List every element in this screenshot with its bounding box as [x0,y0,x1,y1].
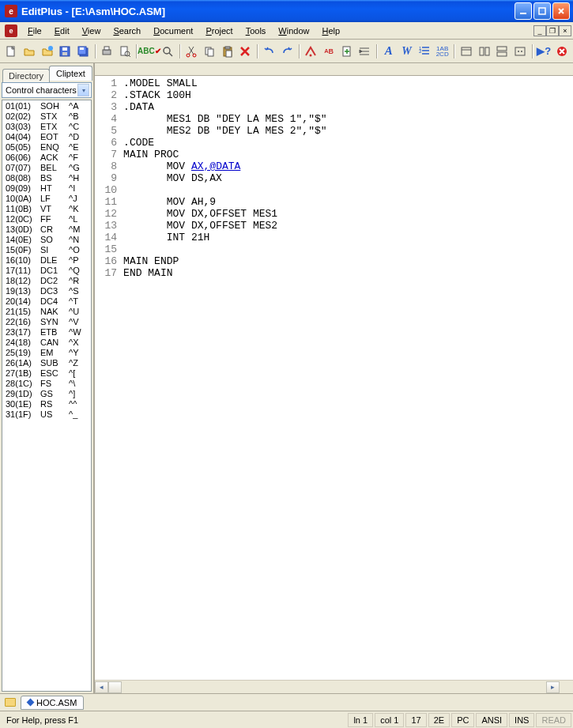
insert-file-icon[interactable] [338,43,355,60]
window-list-icon[interactable] [458,43,475,60]
mdi-restore-button[interactable]: ❐ [546,25,559,36]
svg-rect-1 [539,8,545,14]
save-all-icon[interactable] [75,43,92,60]
cliptext-combo[interactable]: Control characters ▾ [2,82,92,98]
cliptext-item[interactable]: 12(0C)FF^L [2,214,91,224]
cliptext-item[interactable]: 04(04)EOT^D [2,132,91,142]
tile-vert-icon[interactable] [476,43,492,60]
doc-icon[interactable]: e [5,25,17,37]
cliptext-item[interactable]: 06(06)ACK^F [2,153,91,163]
menu-view[interactable]: View [77,25,107,37]
tab-cliptext[interactable]: Cliptext [49,66,92,81]
menu-edit[interactable]: Edit [49,25,75,37]
svg-rect-23 [226,51,232,57]
delete-icon[interactable] [237,43,254,60]
open-file-icon[interactable] [21,43,38,60]
cliptext-item[interactable]: 09(09)HT^I [2,183,91,194]
svg-rect-31 [485,47,489,55]
status-encoding: ANSI [476,713,507,727]
tab-directory[interactable]: Directory [2,69,50,82]
menu-search[interactable]: Search [107,25,146,37]
print-preview-icon[interactable] [117,43,134,60]
svg-line-14 [129,55,130,57]
folder-icon[interactable] [5,698,16,707]
copy-icon[interactable] [202,43,218,60]
svg-rect-5 [62,47,67,51]
paste-icon[interactable] [219,43,236,60]
toolbar-separator [452,43,457,60]
horizontal-scrollbar[interactable]: ◂ ▸ [95,680,573,693]
cliptext-item[interactable]: 07(07)BEL^G [2,163,91,173]
cliptext-item[interactable]: 03(03)ETX^C [2,122,91,132]
cliptext-item[interactable]: 31(1F)US^_ [2,409,91,420]
close-button[interactable] [552,2,570,20]
italic-icon[interactable]: A [380,43,397,60]
cliptext-item[interactable]: 10(0A)LF^J [2,194,91,204]
code-text[interactable]: .MODEL SMALL.STACK 100H.DATA MES1 DB "DE… [122,76,573,680]
undo-icon[interactable] [261,43,277,60]
scroll-left-icon[interactable]: ◂ [95,681,108,693]
cliptext-item[interactable]: 28(1C)FS^\ [2,379,91,389]
maximize-button[interactable] [533,2,551,20]
cliptext-item[interactable]: 02(02)STX^B [2,111,91,122]
code-area[interactable]: 1234567891011121314151617 .MODEL SMALL.S… [95,76,573,680]
cliptext-item[interactable]: 20(14)DC4^T [2,296,91,307]
cut-icon[interactable] [183,43,200,60]
help-icon[interactable]: ▶? [536,43,552,60]
svg-rect-11 [104,47,109,50]
mdi-close-button[interactable]: × [559,25,571,36]
column-select-icon[interactable]: 1AB2CD [434,43,450,60]
scroll-right-icon[interactable]: ▸ [546,681,560,693]
menu-document[interactable]: Document [148,25,198,37]
menu-tools[interactable]: Tools [240,25,272,37]
cliptext-item[interactable]: 01(01)SOH^A [2,101,91,111]
cliptext-item[interactable]: 11(0B)VT^K [2,204,91,214]
new-file-icon[interactable] [3,43,20,60]
cliptext-item[interactable]: 18(12)DC2^R [2,276,91,286]
cliptext-item[interactable]: 19(13)DC3^S [2,286,91,296]
title-bar: e EditPlus - [E:\Asm\HOC.ASM] [0,0,573,22]
scroll-thumb[interactable] [108,681,122,693]
cliptext-item[interactable]: 23(17)ETB^W [2,327,91,338]
stop-icon[interactable] [553,43,570,60]
cliptext-item[interactable]: 08(08)BS^H [2,173,91,183]
line-numbers-icon[interactable]: 12 [417,43,433,60]
cliptext-item[interactable]: 24(18)CAN^X [2,338,91,348]
status-insert-mode[interactable]: INS [509,713,534,727]
browser-icon[interactable] [303,43,319,60]
indent-icon[interactable] [356,43,373,60]
open-remote-icon[interactable] [39,43,55,60]
wordwrap-icon[interactable]: W [398,43,415,60]
chevron-down-icon[interactable]: ▾ [77,84,89,96]
menu-help[interactable]: Help [316,25,345,37]
cliptext-item[interactable]: 25(19)EM^Y [2,348,91,358]
minimize-button[interactable] [515,2,532,20]
document-tab[interactable]: HOC.ASM [21,696,84,710]
svg-rect-12 [121,47,127,55]
print-icon[interactable] [99,43,115,60]
find-icon[interactable] [160,43,176,60]
redo-icon[interactable] [279,43,296,60]
cliptext-item[interactable]: 15(0F)SI^O [2,245,91,255]
cliptext-item[interactable]: 17(11)DC1^Q [2,266,91,276]
menu-file[interactable]: File [22,25,47,37]
cliptext-item[interactable]: 13(0D)CR^M [2,224,91,235]
cliptext-item[interactable]: 21(15)NAK^U [2,307,91,317]
html-toolbar-icon[interactable]: AB [321,43,337,60]
menu-project[interactable]: Project [200,25,238,37]
cliptext-item[interactable]: 27(1B)ESC^[ [2,368,91,379]
cliptext-item[interactable]: 30(1E)RS^^ [2,399,91,409]
cliptext-item[interactable]: 14(0E)SO^N [2,235,91,245]
menu-window[interactable]: Window [273,25,315,37]
tile-horz-icon[interactable] [494,43,511,60]
mdi-minimize-button[interactable]: _ [533,25,546,36]
spellcheck-icon[interactable]: ABC✔ [141,43,158,60]
cliptext-item[interactable]: 29(1D)GS^] [2,389,91,399]
save-icon[interactable] [57,43,74,60]
cliptext-list[interactable]: 01(01)SOH^A02(02)STX^B03(03)ETX^C04(04)E… [2,100,92,692]
cliptext-item[interactable]: 16(10)DLE^P [2,255,91,266]
settings-icon[interactable] [512,43,529,60]
cliptext-item[interactable]: 26(1A)SUB^Z [2,358,91,368]
cliptext-item[interactable]: 22(16)SYN^V [2,317,91,327]
cliptext-item[interactable]: 05(05)ENQ^E [2,142,91,153]
